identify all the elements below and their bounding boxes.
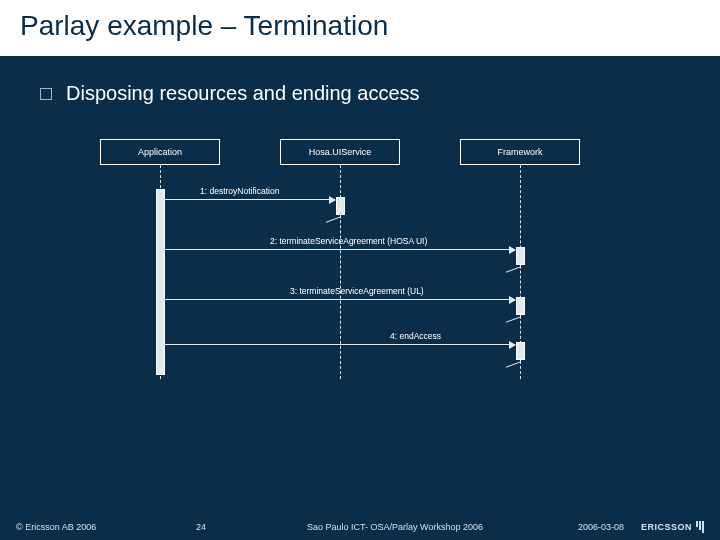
footer-center: Sao Paulo ICT- OSA/Parlay Workshop 2006 — [256, 522, 534, 532]
participant-application: Application — [100, 139, 220, 165]
arrow-right-icon — [509, 246, 516, 254]
footer-copyright: © Ericsson AB 2006 — [16, 522, 196, 532]
participant-application-label: Application — [138, 147, 182, 157]
participant-framework: Framework — [460, 139, 580, 165]
msg3-line — [165, 299, 515, 300]
msg1-line — [165, 199, 335, 200]
title-bar: Parlay example – Termination — [0, 0, 720, 56]
ericsson-bars-icon — [696, 521, 704, 533]
footer-date: 2006-03-08 — [534, 522, 624, 532]
msg3-label: 3: terminateServiceAgreement (UL) — [290, 286, 424, 296]
msg2-return-tick — [506, 258, 521, 272]
bullet-item: Disposing resources and ending access — [40, 82, 680, 105]
arrow-right-icon — [329, 196, 336, 204]
participant-framework-label: Framework — [497, 147, 542, 157]
msg2-line — [165, 249, 515, 250]
ericsson-wordmark: ERICSSON — [641, 522, 692, 532]
participant-hosa-label: Hosa.UIService — [309, 147, 372, 157]
participant-hosa: Hosa.UIService — [280, 139, 400, 165]
msg2-label: 2: terminateServiceAgreement (HOSA UI) — [270, 236, 427, 246]
page-title: Parlay example – Termination — [20, 10, 700, 42]
msg4-return-tick — [506, 353, 521, 367]
bullet-text: Disposing resources and ending access — [66, 82, 420, 105]
bullet-icon — [40, 88, 52, 100]
footer-logo: ERICSSON — [624, 521, 704, 533]
activation-application — [156, 189, 165, 375]
footer: © Ericsson AB 2006 24 Sao Paulo ICT- OSA… — [0, 514, 720, 540]
slide-content: Disposing resources and ending access Ap… — [0, 56, 720, 399]
footer-page: 24 — [196, 522, 256, 532]
msg3-return-tick — [506, 308, 521, 322]
arrow-right-icon — [509, 341, 516, 349]
arrow-right-icon — [509, 296, 516, 304]
msg1-label: 1: destroyNotification — [200, 186, 279, 196]
msg4-line — [165, 344, 515, 345]
msg4-label: 4: endAccess — [390, 331, 441, 341]
msg1-return-tick — [326, 208, 341, 222]
sequence-diagram: Application Hosa.UIService Framework 1: … — [100, 139, 620, 399]
